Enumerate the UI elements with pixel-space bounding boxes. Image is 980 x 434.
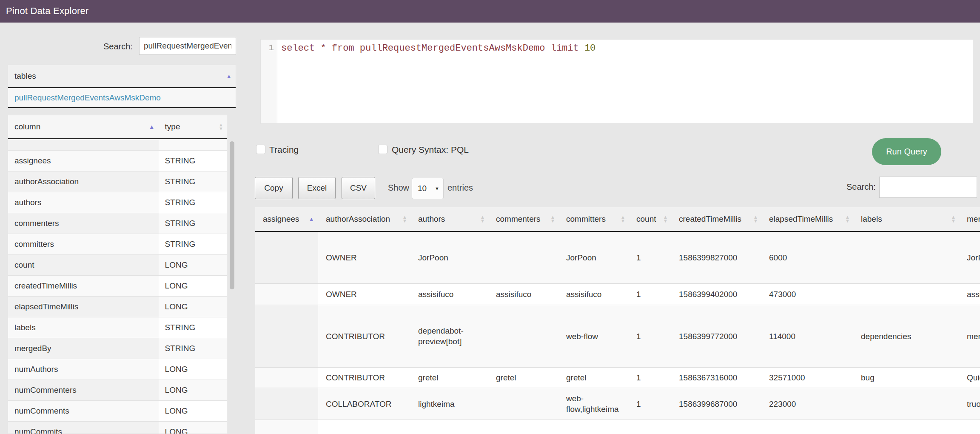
table-cell: 1586367316000 <box>671 368 761 388</box>
table-cell <box>761 420 853 434</box>
table-row: CONTRIBUTORgretelgretelgretel11586367316… <box>255 368 980 388</box>
schema-column-type: LONG <box>159 297 227 317</box>
schema-row: numAuthorsLONG <box>8 359 227 380</box>
results-header-assignees[interactable]: assignees▲ <box>255 207 318 231</box>
table-cell: assisifuco <box>488 284 558 305</box>
entries-label: entries <box>447 183 473 193</box>
results-header-authors[interactable]: authors▲▼ <box>410 207 488 231</box>
schema-row: countLONG <box>8 255 227 276</box>
pql-syntax-label: Query Syntax: PQL <box>392 145 469 155</box>
sort-both-icon: ▲▼ <box>480 215 485 223</box>
table-cell: JorPoon <box>410 232 488 283</box>
schema-header-column[interactable]: column ▲ <box>8 115 159 138</box>
table-cell: OWNER <box>318 284 410 305</box>
results-search-input[interactable] <box>879 177 977 198</box>
schema-column-name: createdTimeMillis <box>8 276 159 296</box>
excel-button[interactable]: Excel <box>298 177 336 199</box>
schema-column-type: STRING <box>159 192 227 213</box>
sort-both-icon: ▲▼ <box>550 215 555 223</box>
tracing-checkbox[interactable] <box>256 145 265 154</box>
results-header-commenters[interactable]: commenters▲▼ <box>488 207 558 231</box>
table-cell: 1586399772000 <box>671 305 761 367</box>
run-query-button[interactable]: Run Query <box>872 138 941 165</box>
table-cell: truo <box>959 388 980 420</box>
results-header-authorAssociation[interactable]: authorAssociation▲▼ <box>318 207 410 231</box>
line-number: 1 <box>268 43 274 53</box>
schema-column-type: STRING <box>159 213 227 234</box>
table-cell <box>629 420 671 434</box>
table-cell: 32571000 <box>761 368 853 388</box>
schema-row: authorAssociationSTRING <box>8 171 227 192</box>
sidebar-search-input[interactable] <box>139 37 236 55</box>
app-title: Pinot Data Explorer <box>6 6 89 17</box>
schema-column-name: authorAssociation <box>8 171 159 192</box>
table-cell <box>488 420 558 434</box>
table-cell: 1586399827000 <box>671 232 761 283</box>
table-cell <box>853 420 959 434</box>
chevron-down-icon: ▼ <box>435 186 439 191</box>
table-cell: 473000 <box>761 284 853 305</box>
table-cell: 114000 <box>761 305 853 367</box>
csv-button[interactable]: CSV <box>342 177 375 199</box>
table-cell <box>488 388 558 420</box>
table-cell <box>488 232 558 283</box>
table-cell: lightkeima <box>410 388 488 420</box>
schema-column-type: LONG <box>159 359 227 380</box>
show-label: Show <box>388 183 409 193</box>
schema-row: assigneesSTRING <box>8 151 227 171</box>
schema-row: elapsedTimeMillisLONG <box>8 297 227 317</box>
schema-column-type: LONG <box>159 255 227 275</box>
results-header-labels[interactable]: labels▲▼ <box>853 207 959 231</box>
schema-row: mergedBySTRING <box>8 338 227 359</box>
table-cell: 1586399402000 <box>671 284 761 305</box>
schema-row: numCommentsLONG <box>8 401 227 422</box>
results-header-label: authorAssociation <box>326 214 390 224</box>
table-row: OWNERJorPoonJorPoon115863998270006000Jor… <box>255 232 980 284</box>
schema-row <box>8 139 227 151</box>
table-cell: dependencies <box>853 305 959 367</box>
schema-header-row: column ▲ type ▲▼ <box>8 115 227 139</box>
results-header-createdTimeMillis[interactable]: createdTimeMillis▲▼ <box>671 207 761 231</box>
tables-header[interactable]: tables ▲ <box>8 65 236 88</box>
table-name-link[interactable]: pullRequestMergedEventsAwsMskDemo <box>8 88 236 108</box>
results-header-committers[interactable]: committers▲▼ <box>558 207 629 231</box>
table-cell <box>255 368 318 388</box>
tables-card: tables ▲ pullRequestMergedEventsAwsMskDe… <box>8 65 236 108</box>
schema-column-name: numCommits <box>8 422 159 434</box>
table-cell: OWNER <box>318 232 410 283</box>
schema-column-name: numComments <box>8 401 159 421</box>
table-cell: web-flow <box>558 305 629 367</box>
schema-column-type: LONG <box>159 422 227 434</box>
table-cell: COLLABORATOR <box>318 388 410 420</box>
table-cell: 1 <box>629 232 671 283</box>
schema-row: createdTimeMillisLONG <box>8 276 227 297</box>
table-cell: assis <box>959 284 980 305</box>
results-header-elapsedTimeMillis[interactable]: elapsedTimeMillis▲▼ <box>761 207 853 231</box>
results-table: assignees▲authorAssociation▲▼authors▲▼co… <box>255 207 980 434</box>
sql-query-text: select * from pullRequestMergedEventsAws… <box>281 43 595 54</box>
table-cell: assisifuco <box>410 284 488 305</box>
results-header-mergedBy[interactable]: mergedBy▲▼ <box>959 207 980 231</box>
table-row: OWNERassisifucoassisifucoassisifuco11586… <box>255 284 980 305</box>
pql-syntax-checkbox[interactable] <box>378 145 387 154</box>
sort-both-icon: ▲▼ <box>621 215 625 223</box>
sort-asc-icon: ▲ <box>149 123 155 130</box>
page-size-select[interactable]: 10 ▼ <box>412 178 444 199</box>
editor-gutter: 1 <box>261 40 277 123</box>
results-header-label: assignees <box>263 214 299 224</box>
table-cell: CONTRIBUTOR <box>318 368 410 388</box>
schema-column-name: labels <box>8 317 159 338</box>
schema-column-name: authors <box>8 192 159 213</box>
schema-column-type: LONG <box>159 276 227 296</box>
schema-header-type[interactable]: type ▲▼ <box>159 115 227 138</box>
copy-button[interactable]: Copy <box>255 177 293 199</box>
results-header-label: labels <box>861 214 882 224</box>
schema-scrollbar-thumb[interactable] <box>230 141 234 289</box>
table-cell <box>959 420 980 434</box>
schema-card: column ▲ type ▲▼ assigneesSTRINGauthorAs… <box>8 115 227 434</box>
top-bar: Pinot Data Explorer <box>0 0 980 23</box>
results-header-label: authors <box>418 214 445 224</box>
results-header-count[interactable]: count▲▼ <box>629 207 671 231</box>
results-header-label: mergedBy <box>967 214 980 224</box>
sql-editor[interactable]: 1 select * from pullRequestMergedEventsA… <box>260 39 973 124</box>
